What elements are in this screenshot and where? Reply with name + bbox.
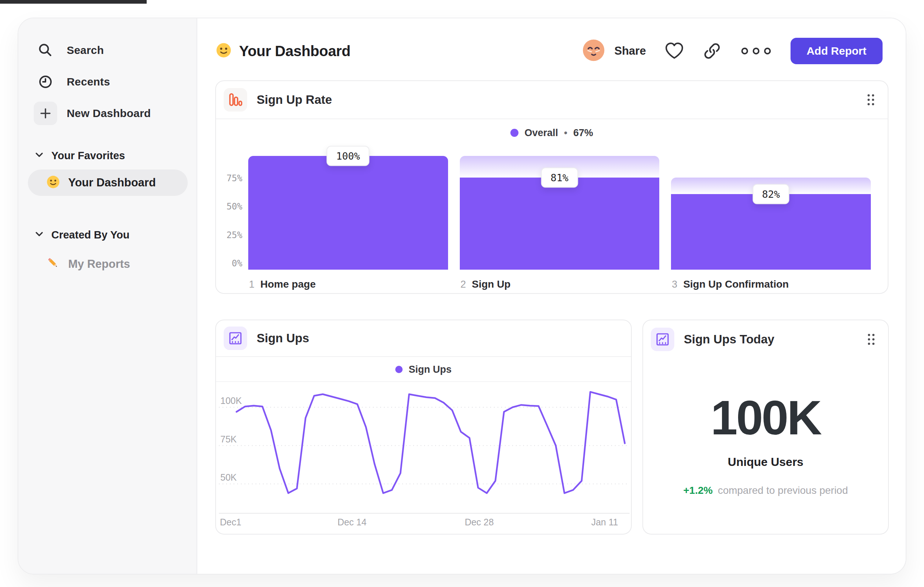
smiley-emoji-icon (216, 42, 232, 60)
step-number: 1 (249, 279, 254, 290)
sign-up-rate-card: Sign Up Rate Overall • 67% 75%50%25%0% 1… (215, 80, 888, 294)
section-label: Your Favorites (51, 150, 125, 162)
sidebar-item-label: Your Dashboard (68, 176, 156, 189)
line-chart-plot (216, 382, 632, 521)
card-title: Sign Ups Today (684, 332, 865, 346)
step-number: 3 (672, 279, 677, 290)
conversion-tooltip: 82% (752, 184, 789, 204)
y-tick-label: 0% (232, 258, 243, 269)
funnel-step-label: 2Sign Up (460, 278, 511, 290)
funnel-bar (248, 156, 448, 270)
page-title-group: Your Dashboard (216, 42, 351, 60)
sidebar-item-label: My Reports (68, 258, 130, 271)
card-header: Sign Ups (216, 320, 631, 357)
y-tick-label: 25% (227, 230, 243, 240)
app-window: Search Recents New Dashboard Your Favori… (18, 18, 906, 575)
drag-handle-icon[interactable] (865, 92, 877, 108)
card-title: Sign Ups (257, 331, 620, 345)
funnel-bar (671, 194, 871, 270)
sidebar-section-created-by-you[interactable]: Created By You (18, 223, 196, 246)
x-tick-label: Dec 14 (337, 517, 366, 527)
share-button[interactable]: Share (582, 39, 646, 63)
y-tick-label: 100K (220, 395, 242, 406)
y-tick-label: 50K (220, 472, 236, 483)
copy-link-button[interactable] (703, 41, 722, 61)
step-name: Sign Up Confirmation (683, 278, 789, 290)
legend-series: Overall (524, 127, 558, 139)
card-header: Sign Up Rate (216, 81, 888, 119)
y-tick-label: 75K (220, 434, 236, 444)
favorite-heart-button[interactable] (664, 42, 684, 60)
dashboard-header: Your Dashboard Share Add Rep (216, 35, 883, 68)
funnel-step-label: 1Home page (249, 278, 316, 290)
background-window-edge (0, 0, 147, 4)
plus-icon (34, 102, 57, 125)
funnel-legend: Overall • 67% (216, 120, 888, 146)
more-options-button[interactable] (740, 46, 772, 56)
smiley-emoji-icon (46, 175, 60, 190)
sidebar-item-search[interactable]: Search (18, 35, 196, 66)
header-actions: Share Add Report (582, 38, 883, 64)
legend-series: Sign Ups (408, 364, 451, 375)
step-name: Home page (260, 278, 316, 290)
page-title: Your Dashboard (239, 43, 351, 60)
stat-value: 100K (643, 390, 888, 445)
avatar[interactable] (582, 39, 605, 63)
section-label: Created By You (51, 229, 129, 241)
search-icon (34, 38, 57, 62)
x-tick-label: Dec 28 (465, 517, 493, 527)
chevron-down-icon (35, 231, 43, 238)
sidebar-item-your-dashboard-selected[interactable]: Your Dashboard (28, 169, 188, 196)
sidebar: Search Recents New Dashboard Your Favori… (18, 18, 197, 574)
funnel-chart-icon (224, 88, 247, 112)
sign-ups-today-card: Sign Ups Today 100K Unique Users +1.2% c… (642, 319, 889, 534)
clock-icon (34, 70, 57, 94)
legend-dot (395, 366, 403, 373)
sidebar-item-label: Recents (67, 76, 110, 88)
line-x-axis: Dec1Dec 14Dec 28Jan 11 (216, 517, 631, 530)
conversion-tooltip: 81% (541, 167, 578, 187)
legend-value: 67% (573, 127, 593, 139)
line-chart-icon (651, 327, 674, 351)
share-label: Share (615, 45, 646, 58)
line-y-axis: 100K75K50K (220, 382, 253, 521)
stat-delta: +1.2% (683, 484, 713, 496)
line-legend: Sign Ups (216, 358, 631, 382)
funnel-step-column[interactable]: 82%3Sign Up Confirmation (671, 156, 871, 270)
stat-delta-row: +1.2% compared to previous period (643, 484, 888, 496)
sidebar-item-recents[interactable]: Recents (18, 66, 196, 98)
drag-handle-icon[interactable] (865, 331, 877, 347)
card-header: Sign Ups Today (643, 320, 888, 359)
legend-separator: • (564, 127, 567, 139)
funnel-bar (460, 178, 660, 270)
step-name: Sign Up (472, 278, 511, 290)
funnel-y-axis: 75%50%25%0% (216, 156, 243, 270)
sign-ups-line-series (236, 392, 625, 493)
pencil-icon (46, 256, 61, 272)
stat-delta-note: compared to previous period (718, 484, 848, 496)
sidebar-item-label: New Dashboard (67, 107, 151, 120)
funnel-step-column[interactable]: 81%2Sign Up (460, 156, 660, 270)
add-report-button[interactable]: Add Report (790, 38, 883, 64)
y-tick-label: 50% (227, 202, 243, 212)
legend-dot (510, 129, 518, 137)
step-number: 2 (460, 279, 466, 290)
sidebar-item-label: Search (67, 44, 104, 56)
conversion-tooltip: 100% (327, 146, 370, 166)
main-content: Your Dashboard Share Add Rep (197, 18, 906, 574)
sidebar-section-your-favorites[interactable]: Your Favorites (18, 144, 196, 167)
sidebar-item-new-dashboard[interactable]: New Dashboard (18, 98, 196, 129)
y-tick-label: 75% (227, 173, 243, 184)
funnel-plot: 100%1Home page81%2Sign Up82%3Sign Up Con… (248, 156, 871, 270)
line-chart-icon (224, 327, 247, 350)
funnel-step-column[interactable]: 100%1Home page (248, 156, 448, 270)
funnel-step-label: 3Sign Up Confirmation (672, 278, 789, 290)
x-tick-label: Dec1 (220, 517, 241, 527)
card-title: Sign Up Rate (257, 93, 865, 107)
sign-ups-card: Sign Ups Sign Ups 100K75K50K Dec1Dec 14D… (215, 319, 632, 534)
sidebar-item-my-reports[interactable]: My Reports (18, 251, 196, 277)
x-tick-label: Jan 11 (591, 517, 618, 527)
stat-label: Unique Users (643, 455, 888, 469)
chevron-down-icon (35, 152, 43, 159)
